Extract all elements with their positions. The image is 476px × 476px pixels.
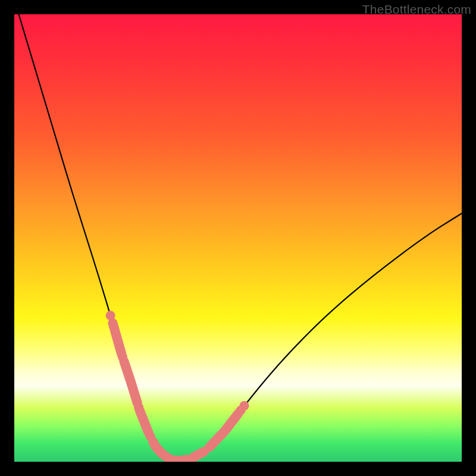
highlight-segment xyxy=(167,457,184,461)
highlight-dot xyxy=(240,401,249,411)
highlight-segment xyxy=(112,323,121,355)
highlight-dot xyxy=(106,311,115,320)
highlight-dot xyxy=(118,352,127,362)
highlight-segment xyxy=(124,361,137,403)
curve-line xyxy=(19,14,462,461)
highlight-dot xyxy=(205,443,214,452)
highlight-segment xyxy=(211,414,238,446)
highlight-dot xyxy=(159,450,168,460)
highlight-segment xyxy=(140,411,149,433)
chart-frame: TheBottleneck.com xyxy=(0,0,476,476)
highlight-dot xyxy=(146,431,155,441)
plot-area xyxy=(14,14,462,462)
chart-svg xyxy=(14,14,462,462)
highlight-dot xyxy=(134,403,143,412)
highlight-segments xyxy=(112,323,238,461)
watermark-text: TheBottleneck.com xyxy=(362,2,471,17)
